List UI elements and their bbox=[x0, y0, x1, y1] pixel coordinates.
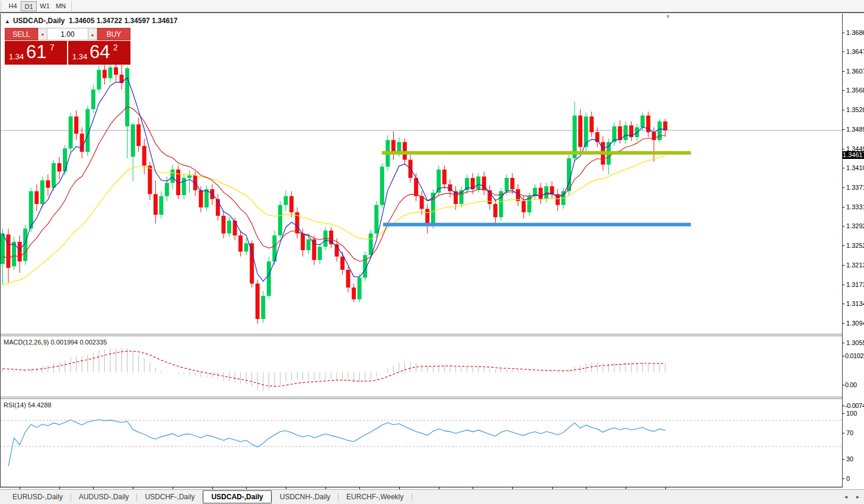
scroll-to-end-icon[interactable]: ▼ bbox=[665, 14, 671, 20]
bear-candle bbox=[352, 288, 356, 299]
sell-button[interactable]: SELL bbox=[5, 28, 38, 40]
rsi-axis-label: 100 bbox=[846, 410, 857, 417]
bear-candle bbox=[58, 163, 62, 171]
bear-candle bbox=[18, 242, 22, 261]
bear-candle bbox=[7, 234, 11, 267]
bull-candle bbox=[131, 125, 135, 157]
chart-tab-eurchf[interactable]: EURCHF-,Weekly bbox=[339, 491, 411, 503]
bear-candle bbox=[256, 283, 260, 319]
chart-tab-audusd[interactable]: AUDUSD-,Daily bbox=[71, 491, 137, 503]
macd-signal-line bbox=[3, 351, 665, 386]
timeframe-button-w1[interactable]: W1 bbox=[37, 1, 53, 11]
chart-title: ▲USDCAD-,Daily 1.34605 1.34722 1.34597 1… bbox=[5, 17, 177, 25]
bear-candle bbox=[221, 216, 225, 234]
bear-candle bbox=[34, 191, 39, 204]
bear-candle bbox=[80, 133, 84, 152]
buy-price-base: 1.34 bbox=[72, 52, 87, 61]
chart-symbol-label: USDCAD-,Daily bbox=[13, 17, 65, 25]
bear-candle bbox=[210, 189, 214, 199]
bull-candle bbox=[40, 180, 44, 204]
rsi-indicator-canvas[interactable] bbox=[0, 399, 843, 474]
timeframe-button-h4[interactable]: H4 bbox=[5, 1, 21, 11]
bull-candle bbox=[52, 163, 56, 187]
price-axis[interactable]: 1.368601.364701.360701.356801.352801.348… bbox=[843, 26, 864, 487]
bear-candle bbox=[403, 142, 407, 160]
buy-price-pips: 64 bbox=[90, 42, 110, 63]
bull-candle bbox=[171, 170, 175, 183]
bull-candle bbox=[640, 116, 645, 127]
bear-candle bbox=[238, 235, 243, 251]
bull-candle bbox=[63, 148, 67, 171]
tab-scroll-right-icon[interactable]: ▸ bbox=[856, 493, 859, 500]
chart-tab-usdcnh[interactable]: USDCNH-,Daily bbox=[272, 491, 338, 503]
chart-tab-bar: EURUSD-,DailyAUDUSD-,DailyUSDCHF-,DailyU… bbox=[0, 489, 864, 504]
volume-decrease-button[interactable]: ▼ bbox=[38, 28, 47, 40]
sell-price-point: 7 bbox=[50, 43, 55, 52]
macd-axis-label: 0.010229 bbox=[845, 352, 864, 359]
one-click-panel-toggle-icon[interactable]: ▲ bbox=[5, 18, 10, 24]
bull-candle bbox=[1, 234, 5, 264]
buy-price-quote[interactable]: 1.34 64 2 bbox=[68, 41, 130, 65]
timeframe-button-mn[interactable]: MN bbox=[53, 1, 69, 11]
bear-candle bbox=[46, 180, 50, 187]
sell-price-base: 1.34 bbox=[9, 52, 24, 61]
price-axis-label: 1.32520 bbox=[846, 242, 864, 249]
volume-input[interactable] bbox=[47, 28, 88, 40]
window-left-border bbox=[0, 14, 1, 487]
bull-candle bbox=[159, 196, 163, 215]
bear-candle bbox=[136, 125, 141, 146]
sell-price-pips: 61 bbox=[26, 42, 46, 63]
bull-candle bbox=[205, 189, 209, 208]
bull-candle bbox=[358, 277, 362, 299]
price-axis-label: 1.31340 bbox=[846, 300, 864, 307]
bull-candle bbox=[69, 116, 73, 148]
chart-tab-usdcad[interactable]: USDCAD-,Daily bbox=[203, 490, 271, 503]
macd-label: MACD(12,26,9) 0.001994 0.002335 bbox=[4, 339, 107, 346]
chart-tab-usdchf[interactable]: USDCHF-,Daily bbox=[137, 491, 202, 503]
bull-candle bbox=[108, 68, 112, 78]
trading-app-window: H4D1W1MN ▲USDCAD-,Daily 1.34605 1.34722 … bbox=[0, 0, 864, 504]
price-axis-label: 1.33310 bbox=[846, 203, 864, 210]
sell-price-quote[interactable]: 1.34 61 7 bbox=[5, 41, 67, 65]
chart-tabs: EURUSD-,DailyAUDUSD-,DailyUSDCHF-,DailyU… bbox=[5, 490, 412, 504]
bear-candle bbox=[550, 186, 554, 194]
toolbar-separator bbox=[71, 1, 72, 11]
chart-tab-eurusd[interactable]: EURUSD-,Daily bbox=[5, 491, 71, 503]
bear-candle bbox=[329, 231, 333, 244]
price-axis-label: 1.35280 bbox=[846, 106, 864, 113]
bull-candle bbox=[267, 261, 271, 296]
bull-candle bbox=[544, 186, 549, 199]
volume-increase-button[interactable]: ▲ bbox=[88, 28, 97, 40]
timeframe-button-d1[interactable]: D1 bbox=[21, 1, 37, 11]
buy-button[interactable]: BUY bbox=[97, 28, 130, 40]
bull-candle bbox=[658, 122, 662, 140]
bull-candle bbox=[284, 196, 288, 205]
macd-axis-label: 0.00 bbox=[845, 381, 857, 388]
bull-candle bbox=[465, 178, 469, 190]
ma-medium-red bbox=[3, 106, 665, 261]
tab-scroll-left-icon[interactable]: ◂ bbox=[844, 493, 847, 500]
bear-candle bbox=[120, 75, 124, 83]
bear-candle bbox=[340, 257, 345, 270]
price-axis-label: 1.33710 bbox=[846, 184, 864, 191]
bull-candle bbox=[476, 177, 480, 190]
price-axis-label: 1.30550 bbox=[846, 339, 864, 346]
bull-candle bbox=[380, 167, 384, 205]
bear-candle bbox=[74, 116, 78, 133]
bull-candle bbox=[244, 243, 248, 251]
ma-slow-yellow bbox=[3, 155, 665, 285]
bull-candle bbox=[91, 90, 95, 109]
bull-candle bbox=[318, 247, 322, 260]
bear-candle bbox=[154, 194, 158, 215]
macd-indicator-canvas[interactable] bbox=[0, 336, 843, 397]
bull-candle bbox=[374, 205, 378, 234]
macd-axis-label: -0.00747 bbox=[845, 402, 864, 409]
bull-candle bbox=[125, 68, 129, 126]
tab-separator bbox=[412, 493, 412, 501]
bear-candle bbox=[538, 188, 543, 199]
bull-candle bbox=[97, 70, 101, 90]
price-axis-label: 1.36470 bbox=[846, 48, 864, 55]
ma-fast-blue bbox=[3, 78, 665, 281]
bear-candle bbox=[442, 170, 447, 184]
price-axis-label: 1.35680 bbox=[846, 87, 864, 94]
